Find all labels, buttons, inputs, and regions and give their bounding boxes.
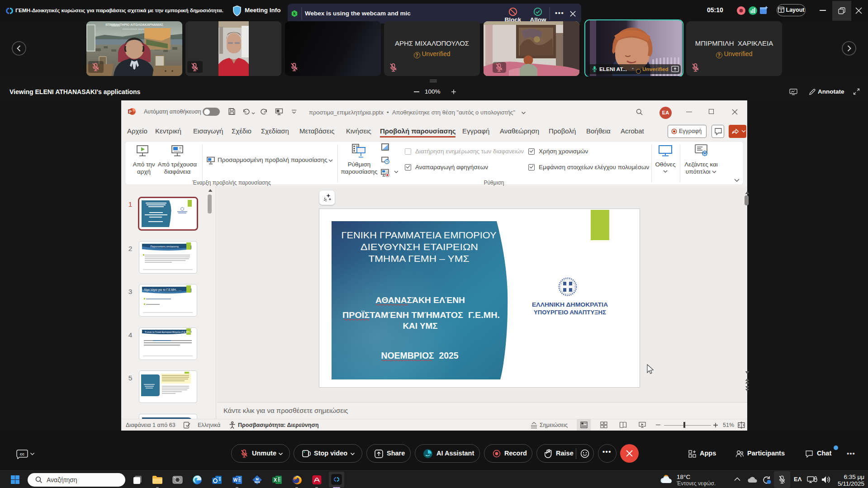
svg-text:ΕΠΙΜΕΛΗΤΗΡΙΟ ΑΙΤΩΛΟΑΚΑΡΝΑΝΙΑΣ: ΕΠΙΜΕΛΗΤΗΡΙΟ ΑΙΤΩΛΟΑΚΑΡΝΑΝΙΑΣ bbox=[105, 23, 163, 26]
svg-text:ΓΕΝΙΚΗ ΓΡΑΜΜΑΤΕΙΑ ΕΜΠΟΡΙΟΥ: ΓΕΝΙΚΗ ΓΡΑΜΜΑΤΕΙΑ ΕΜΠΟΡΙΟΥ bbox=[342, 230, 497, 240]
svg-text:P: P bbox=[129, 109, 132, 114]
svg-text:Παρουσίαση απόφασης: Παρουσίαση απόφασης bbox=[150, 245, 179, 248]
svg-text:ΥΠΟΥΡΓΕΙΟ ΑΝΑΠΤΥΞΗΣ: ΥΠΟΥΡΓΕΙΟ ΑΝΑΠΤΥΞΗΣ bbox=[534, 309, 606, 316]
svg-text:ΠΡΟΪΣΤΑΜΈΝΗ ΤΜΉΜΑΤΟΣ Γ.Ε.ΜΗ.: ΠΡΟΪΣΤΑΜΈΝΗ ΤΜΉΜΑΤΟΣ Γ.Ε.ΜΗ. bbox=[342, 311, 500, 320]
svg-text:X: X bbox=[274, 478, 277, 483]
svg-text:cc: cc bbox=[20, 452, 24, 456]
svg-text:αναπτυξιακός φορέας: αναπτυξιακός φορέας bbox=[123, 28, 147, 31]
svg-text:k: k bbox=[294, 11, 296, 16]
svg-text:ΔΙΕΥΘΥΝΣΗ ΕΤΑΙΡΕΙΩΝ: ΔΙΕΥΘΥΝΣΗ ΕΤΑΙΡΕΙΩΝ bbox=[360, 242, 478, 252]
svg-text:ΕΛΛΗΝΙΚΗ ΔΗΜΟΚΡΑΤΙΑ: ΕΛΛΗΝΙΚΗ ΔΗΜΟΚΡΑΤΙΑ bbox=[532, 301, 608, 308]
svg-text:ΤΜΗΜΑ ΓΕΜΗ – ΥΜΣ: ΤΜΗΜΑ ΓΕΜΗ – ΥΜΣ bbox=[369, 253, 470, 264]
svg-text:W: W bbox=[233, 478, 238, 483]
svg-text:Λίγα λόγια για το Γ.Ε.ΜΗ.. ...: Λίγα λόγια για το Γ.Ε.ΜΗ.. .... bbox=[144, 288, 182, 292]
svg-text:ΝΟΕΜΒΡΙΟΣ 2025: ΝΟΕΜΒΡΙΟΣ 2025 bbox=[381, 351, 459, 360]
svg-text:Τι είναι το Γενικό Εμπορικό Μη: Τι είναι το Γενικό Εμπορικό Μητρώο (Γ.Ε.… bbox=[145, 331, 191, 333]
svg-text:ΚΑΙ ΥΜΣ: ΚΑΙ ΥΜΣ bbox=[403, 322, 438, 331]
svg-text:SIGN: SIGN bbox=[254, 481, 260, 483]
svg-text:ΑΘΑΝΑΣΆΚΗ ΕΛΈΝΗ: ΑΘΑΝΑΣΆΚΗ ΕΛΈΝΗ bbox=[375, 296, 465, 305]
